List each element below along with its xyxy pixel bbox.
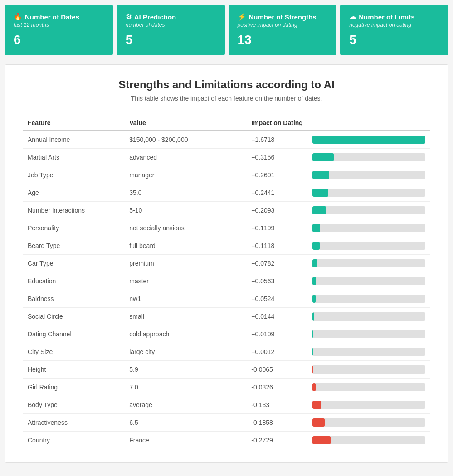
- cell-impact-5: +0.1199: [247, 219, 308, 237]
- cell-feature-8: Education: [23, 272, 125, 290]
- cell-value-2: manager: [125, 166, 247, 184]
- cell-bar-6: [308, 237, 430, 255]
- bar-container-9: [312, 295, 425, 303]
- bar-container-2: [312, 171, 425, 179]
- card-value-num-dates: 6: [14, 33, 104, 47]
- cell-impact-15: -0.133: [247, 396, 308, 414]
- table-row: Age 35.0 +0.2441: [23, 184, 430, 202]
- cell-bar-11: [308, 325, 430, 343]
- bar-container-16: [312, 418, 425, 427]
- bar-fill-4: [312, 206, 326, 214]
- bar-container-3: [312, 189, 425, 197]
- card-subtitle-num-strengths: positive impact on dating: [238, 22, 328, 28]
- cell-feature-9: Baldness: [23, 290, 125, 308]
- bar-fill-2: [312, 171, 329, 179]
- bar-container-10: [312, 312, 425, 321]
- panel-title: Strengths and Limitations according to A…: [23, 78, 430, 91]
- card-subtitle-num-limits: negative impact on dating: [349, 22, 439, 28]
- card-title-text-num-dates: Number of Dates: [25, 13, 79, 21]
- bar-fill-17: [312, 436, 331, 444]
- bar-fill-16: [312, 418, 325, 427]
- card-num-strengths: ⚡ Number of Strengths positive impact on…: [229, 5, 337, 55]
- cell-value-8: master: [125, 272, 247, 290]
- cell-impact-1: +0.3156: [247, 149, 308, 166]
- cell-impact-4: +0.2093: [247, 202, 308, 219]
- cell-impact-11: +0.0109: [247, 325, 308, 343]
- cell-impact-9: +0.0524: [247, 290, 308, 308]
- cell-bar-3: [308, 184, 430, 202]
- cell-feature-10: Social Circle: [23, 308, 125, 325]
- card-value-num-strengths: 13: [238, 33, 328, 47]
- bar-container-6: [312, 242, 425, 250]
- bar-container-13: [312, 365, 425, 374]
- bar-fill-15: [312, 401, 321, 409]
- cell-impact-10: +0.0144: [247, 308, 308, 325]
- table-row: Annual Income $150,000 - $200,000 +1.671…: [23, 131, 430, 149]
- bar-fill-10: [312, 312, 314, 321]
- cell-value-4: 5-10: [125, 202, 247, 219]
- cell-impact-13: -0.0065: [247, 361, 308, 379]
- bar-container-4: [312, 206, 425, 214]
- table-row: Baldness nw1 +0.0524: [23, 290, 430, 308]
- bar-container-7: [312, 259, 425, 267]
- card-ai-prediction: ⚙ AI Prediction number of dates 5: [117, 5, 225, 55]
- cell-value-10: small: [125, 308, 247, 325]
- card-title-num-limits: ☁ Number of Limits: [349, 13, 439, 21]
- cell-feature-14: Girl Rating: [23, 379, 125, 396]
- col-header-value: Value: [125, 116, 247, 131]
- cell-bar-5: [308, 219, 430, 237]
- cell-bar-1: [308, 149, 430, 166]
- cell-impact-17: -0.2729: [247, 432, 308, 449]
- bar-container-0: [312, 136, 425, 144]
- table-row: Girl Rating 7.0 -0.0326: [23, 379, 430, 396]
- card-value-ai-prediction: 5: [126, 33, 216, 47]
- cell-value-3: 35.0: [125, 184, 247, 202]
- cell-feature-12: City Size: [23, 343, 125, 361]
- bar-fill-14: [312, 383, 316, 391]
- cell-feature-0: Annual Income: [23, 131, 125, 149]
- card-title-text-num-strengths: Number of Strengths: [249, 13, 317, 21]
- table-row: Attractiveness 6.5 -0.1858: [23, 414, 430, 432]
- panel-subtitle: This table shows the impact of each feat…: [23, 95, 430, 102]
- cell-feature-11: Dating Channel: [23, 325, 125, 343]
- cell-value-16: 6.5: [125, 414, 247, 432]
- table-row: Country France -0.2729: [23, 432, 430, 449]
- table-row: Education master +0.0563: [23, 272, 430, 290]
- cell-impact-3: +0.2441: [247, 184, 308, 202]
- card-icon-ai-prediction: ⚙: [126, 13, 132, 21]
- card-title-num-strengths: ⚡ Number of Strengths: [238, 13, 328, 21]
- cell-value-13: 5.9: [125, 361, 247, 379]
- card-num-limits: ☁ Number of Limits negative impact on da…: [340, 5, 448, 55]
- card-title-text-ai-prediction: AI Prediction: [134, 13, 176, 21]
- bar-fill-12: [312, 348, 313, 356]
- cell-feature-13: Height: [23, 361, 125, 379]
- cell-bar-17: [308, 432, 430, 449]
- col-header-impact: Impact on Dating: [247, 116, 308, 131]
- cell-feature-3: Age: [23, 184, 125, 202]
- card-num-dates: 🔥 Number of Dates last 12 months 6: [5, 5, 113, 55]
- cell-value-6: full beard: [125, 237, 247, 255]
- cell-bar-2: [308, 166, 430, 184]
- bar-container-1: [312, 153, 425, 161]
- cell-value-0: $150,000 - $200,000: [125, 131, 247, 149]
- cell-feature-17: Country: [23, 432, 125, 449]
- table-row: Social Circle small +0.0144: [23, 308, 430, 325]
- cell-value-1: advanced: [125, 149, 247, 166]
- bar-fill-1: [312, 153, 334, 161]
- cell-bar-12: [308, 343, 430, 361]
- bar-fill-3: [312, 189, 328, 197]
- cell-impact-6: +0.1118: [247, 237, 308, 255]
- cell-bar-10: [308, 308, 430, 325]
- card-value-num-limits: 5: [349, 33, 439, 47]
- card-icon-num-dates: 🔥: [14, 13, 22, 21]
- cell-bar-0: [308, 131, 430, 149]
- table-row: Body Type average -0.133: [23, 396, 430, 414]
- bar-fill-0: [312, 136, 425, 144]
- table-row: Car Type premium +0.0782: [23, 255, 430, 272]
- cell-feature-4: Number Interactions: [23, 202, 125, 219]
- cell-feature-15: Body Type: [23, 396, 125, 414]
- cell-bar-7: [308, 255, 430, 272]
- card-icon-num-limits: ☁: [349, 13, 356, 21]
- table-row: Personality not socially anxious +0.1199: [23, 219, 430, 237]
- cell-value-5: not socially anxious: [125, 219, 247, 237]
